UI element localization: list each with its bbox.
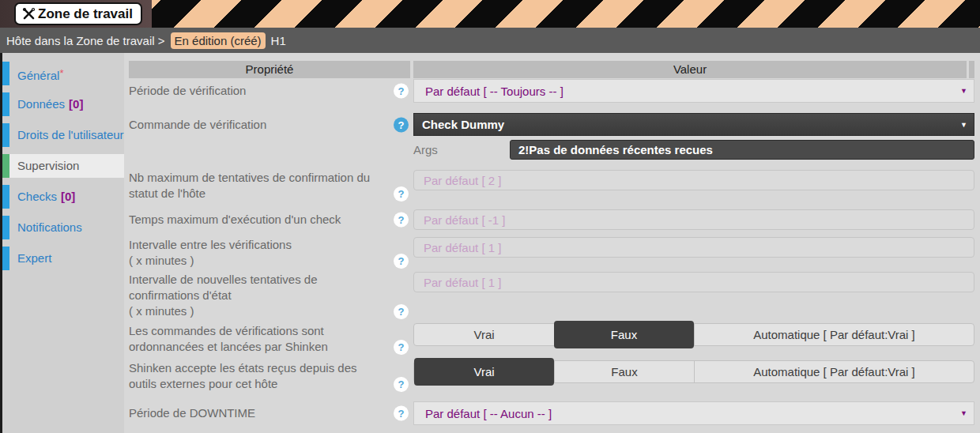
sidebar-item-label: Supervision [17, 159, 79, 172]
toggle-option-faux[interactable]: Faux [554, 321, 694, 348]
select-value: Par défaut [ -- Toujours -- ] [425, 85, 564, 98]
table-row: Nb maximum de tentatives de confirmation… [129, 170, 974, 201]
args-label: Args [413, 143, 510, 156]
toggle-option-faux[interactable]: Faux [554, 361, 694, 382]
workspace-button[interactable]: Zone de travail [14, 2, 142, 25]
sidebar-item-bar [2, 62, 9, 85]
sidebar-item-label: Checks [17, 190, 57, 203]
chevron-down-icon: ▼ [960, 87, 967, 95]
help-icon[interactable]: ? [394, 117, 409, 132]
active-checks-toggle: Vrai Faux Automatique [ Par défaut:Vrai … [413, 323, 974, 346]
chevron-down-icon: ▼ [960, 409, 967, 417]
table-row: Période de vérification ? Par défaut [ -… [129, 79, 974, 103]
property-label: Temps maximum d'exécution d'un check [129, 212, 380, 228]
property-label: Commande de vérification [129, 117, 380, 133]
sidebar-item-droits[interactable]: Droits de l'utilisateur [2, 123, 124, 147]
help-icon[interactable]: ? [394, 213, 409, 228]
sidebar-item-label: Notifications [17, 220, 82, 234]
column-header-end-cap [969, 61, 974, 78]
striped-hazard-banner: Zone de travail [0, 0, 980, 28]
sidebar-item-expert[interactable]: Expert [2, 247, 124, 270]
count-badge: [0] [69, 97, 83, 111]
table-row: Shinken accepte les états reçus depuis d… [129, 360, 974, 392]
sidebar-item-notifications[interactable]: Notifications [2, 216, 124, 239]
toggle-option-automatique[interactable]: Automatique [ Par défaut:Vrai ] [694, 324, 974, 345]
chevron-down-icon: ▼ [960, 121, 967, 129]
sidebar-item-general[interactable]: Général* [2, 62, 124, 85]
property-label: Intervalle entre les vérifications ( x m… [129, 237, 380, 269]
property-label-unit: ( x minutes ) [129, 304, 194, 318]
column-header-value: Valeur [413, 61, 967, 78]
select-value: Par défaut [ -- Aucun -- ] [425, 407, 552, 420]
select-value: Check Dummy [422, 118, 504, 131]
breadcrumb-path: Hôte dans la Zone de travail > [6, 34, 165, 47]
sidebar-item-label: Données [17, 97, 65, 111]
column-header-property: Propriété [129, 61, 410, 78]
property-label-unit: ( x minutes ) [129, 254, 194, 267]
table-row: Intervalle entre les vérifications ( x m… [129, 237, 974, 269]
downtime-period-select[interactable]: Par défaut [ -- Aucun -- ] ▼ [413, 401, 974, 425]
help-icon[interactable]: ? [394, 186, 409, 201]
property-label: Période de DOWNTIME [129, 405, 380, 421]
property-label: Les commandes de vérifications sont ordo… [129, 323, 380, 355]
help-icon[interactable]: ? [394, 254, 409, 269]
sidebar: Général* Données[0] Droits de l'utilisat… [0, 53, 124, 433]
toggle-option-vrai[interactable]: Vrai [414, 324, 554, 345]
count-badge: [0] [61, 190, 75, 203]
help-icon[interactable]: ? [394, 304, 409, 319]
table-row: Temps maximum d'exécution d'un check ? [129, 209, 974, 230]
sidebar-item-label: Général [17, 69, 59, 82]
help-icon[interactable]: ? [394, 377, 409, 392]
check-timeout-input[interactable] [413, 209, 974, 230]
required-marker: * [59, 67, 63, 79]
property-label: Shinken accepte les états reçus depuis d… [129, 360, 380, 392]
sidebar-item-label: Expert [17, 251, 51, 265]
check-period-select[interactable]: Par défaut [ -- Toujours -- ] ▼ [413, 79, 974, 103]
tools-icon [21, 6, 36, 21]
sidebar-item-bar [2, 216, 9, 239]
sidebar-item-bar [2, 185, 9, 209]
max-check-attempts-input[interactable] [413, 170, 974, 190]
toggle-option-automatique[interactable]: Automatique [ Par défaut:Vrai ] [694, 361, 974, 382]
properties-panel: Propriété Valeur Période de vérification… [124, 53, 980, 433]
breadcrumb-current-item: H1 [271, 34, 286, 47]
property-label: Nb maximum de tentatives de confirmation… [129, 170, 380, 201]
property-label: Période de vérification [129, 83, 380, 99]
workspace-button-label: Zone de travail [38, 6, 133, 22]
sidebar-item-bar [2, 92, 9, 116]
table-row: Intervalle de nouvelles tentatives de co… [129, 272, 974, 319]
toggle-option-vrai[interactable]: Vrai [414, 358, 554, 386]
table-header: Propriété Valeur [129, 61, 974, 78]
retry-interval-input[interactable] [413, 272, 974, 292]
table-row: Les commandes de vérifications sont ordo… [129, 323, 974, 355]
sidebar-item-supervision[interactable]: Supervision [2, 154, 124, 178]
args-input[interactable] [510, 140, 974, 160]
table-row: Commande de vérification ? Check Dummy ▼ [129, 113, 974, 136]
breadcrumb: Hôte dans la Zone de travail > En éditio… [0, 28, 980, 53]
sidebar-item-bar [2, 123, 9, 147]
passive-checks-toggle: Vrai Faux Automatique [ Par défaut:Vrai … [413, 360, 974, 383]
sidebar-item-checks[interactable]: Checks[0] [2, 185, 124, 209]
help-icon[interactable]: ? [394, 340, 409, 355]
status-badge: En édition (créé) [171, 32, 266, 49]
sidebar-item-bar [2, 154, 9, 178]
help-icon[interactable]: ? [394, 84, 409, 99]
table-row: Période de DOWNTIME ? Par défaut [ -- Au… [129, 401, 974, 425]
sidebar-item-label: Droits de l'utilisateur [17, 128, 124, 141]
check-command-select[interactable]: Check Dummy ▼ [413, 113, 974, 136]
sidebar-item-donnees[interactable]: Données[0] [2, 92, 124, 116]
table-row: Args [129, 140, 974, 160]
sidebar-item-bar [2, 247, 9, 270]
help-icon[interactable]: ? [394, 406, 409, 421]
property-label: Intervalle de nouvelles tentatives de co… [129, 272, 380, 319]
check-interval-input[interactable] [413, 237, 974, 258]
banner-left-panel: Zone de travail [0, 0, 152, 28]
